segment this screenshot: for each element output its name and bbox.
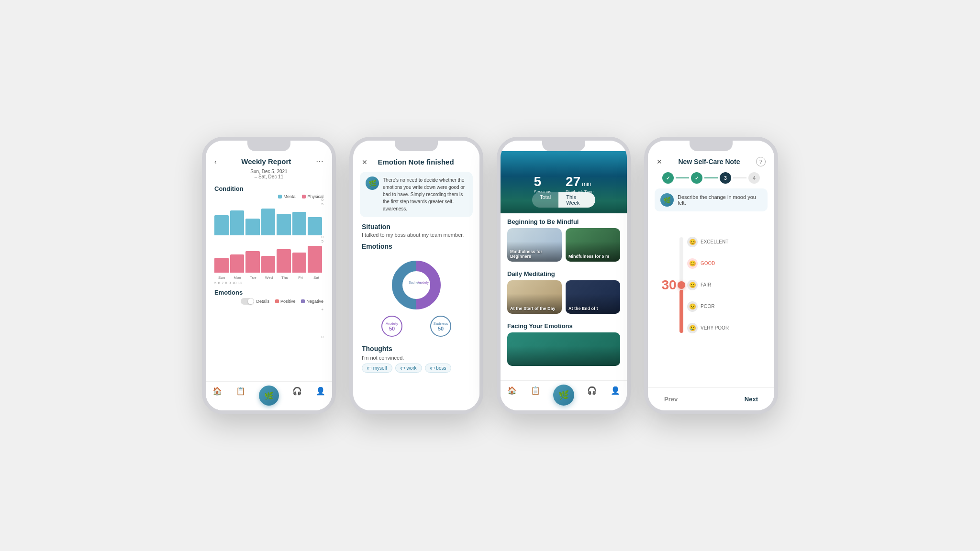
card1-label: Mindfulness for Beginners xyxy=(510,249,559,259)
nav-headphones-1[interactable]: 🎧 xyxy=(292,386,302,396)
svg-point-2 xyxy=(403,272,430,298)
sessions-stat: 5 Sessions xyxy=(534,174,551,194)
physical-legend: Physical xyxy=(302,194,323,199)
emotions-section-label: Emotions xyxy=(362,242,471,250)
physical-bar-4 xyxy=(277,249,291,273)
slider-track[interactable] xyxy=(679,237,683,333)
mental-legend-dot xyxy=(278,195,282,198)
emoji-very-poor: 😢 xyxy=(687,323,698,333)
physical-bar-1 xyxy=(230,254,245,273)
phone-meditation: 5 Sessions 27 min Playback Time Total Th… xyxy=(497,137,631,414)
mental-bar-0 xyxy=(214,215,229,235)
slider-thumb[interactable] xyxy=(678,281,685,289)
mental-bar-chart xyxy=(214,202,323,235)
phone-notch-1 xyxy=(247,141,290,151)
nav-notes-3[interactable]: 📋 xyxy=(530,385,541,396)
physical-bar-0 xyxy=(214,258,229,273)
close-icon-4[interactable]: ✕ xyxy=(657,158,662,165)
close-icon-2[interactable]: ✕ xyxy=(362,158,368,166)
sadness-label: Sadness 50 xyxy=(430,316,451,338)
help-icon-4[interactable]: ? xyxy=(756,157,766,166)
physical-chart: 5 0 xyxy=(206,237,332,275)
negative-legend: Negative xyxy=(301,298,323,305)
daynum-6: 6 xyxy=(218,281,220,285)
tip-text: There's no need to decide whether the em… xyxy=(383,176,467,212)
anxiety-circle: Anxiety 50 xyxy=(381,316,402,337)
card-evening[interactable]: At the End of t xyxy=(566,280,620,314)
meditation-content: Beginning to Be Mindful Mindfulness for … xyxy=(501,213,627,380)
thoughts-text: I'm not convinced. xyxy=(353,355,479,364)
card-beginners[interactable]: Mindfulness for Beginners xyxy=(507,228,562,262)
day-sat: Sat xyxy=(309,276,323,280)
anxiety-label: Anxiety 50 xyxy=(381,316,402,338)
mood-labels: 😊 EXCELLENT 😊 GOOD 😐 FAIR 😟 xyxy=(687,235,729,335)
mental-bar-4 xyxy=(277,214,291,236)
bottom-nav-1: 🏠 📋 🌿 🎧 👤 xyxy=(206,381,332,410)
back-icon[interactable]: ‹ xyxy=(214,158,217,165)
emotion-group-4 xyxy=(278,338,292,339)
chart-days: Sun Mon Tue Wed Thu Fri Sat xyxy=(206,275,332,280)
step-line-1 xyxy=(676,177,689,178)
details-toggle[interactable]: Details xyxy=(241,298,269,305)
emotions-legend: Details Positive Negative xyxy=(206,297,332,306)
section3-cards xyxy=(501,332,627,370)
tag-boss[interactable]: 🏷 boss xyxy=(425,364,452,373)
prompt-text: Describe the change in mood you felt. xyxy=(678,194,762,206)
daynum-5: 5 xyxy=(214,281,216,285)
thoughts-section: Thoughts xyxy=(353,341,479,355)
emotion-note-header: ✕ Emotion Note finished xyxy=(353,151,479,170)
tab-this-week[interactable]: This Week xyxy=(558,192,595,208)
scene: ‹ Weekly Report ⋯ Sun, Dec 5, 2021– Sat,… xyxy=(183,118,797,433)
card2-label: Mindfulness for 5 m xyxy=(568,254,617,259)
physical-bar-6 xyxy=(308,246,322,273)
nav-headphones-3[interactable]: 🎧 xyxy=(586,385,598,396)
negative-dot xyxy=(301,299,305,303)
mood-very-poor: 😢 VERY POOR xyxy=(687,323,729,333)
mental-bar-3 xyxy=(261,209,276,235)
playback-stat: 27 min Playback Time xyxy=(566,174,594,194)
bottom-nav-3: 🏠 📋 🌿 🎧 👤 xyxy=(501,380,627,410)
section-daily: Daily Meditating xyxy=(501,265,627,280)
self-care-footer: Prev Next xyxy=(648,387,774,410)
situation-label: Situation xyxy=(362,223,471,231)
nav-fab-3[interactable]: 🌿 xyxy=(553,385,574,406)
physical-bar-5 xyxy=(292,253,307,273)
card-mindfulness5[interactable]: Mindfulness for 5 m xyxy=(566,228,620,262)
meditation-stats: 5 Sessions 27 min Playback Time xyxy=(501,174,627,194)
mental-bar-5 xyxy=(292,212,307,235)
daynum-11: 11 xyxy=(238,281,242,285)
slider-fill xyxy=(679,290,683,333)
meditation-tabs: Total This Week xyxy=(532,192,595,208)
emotion-group-3 xyxy=(262,338,276,339)
chart-zero-2: 0 xyxy=(322,235,323,239)
situation-section: Situation I talked to my boss about my t… xyxy=(353,219,479,239)
card-morning[interactable]: At the Start of the Day xyxy=(507,280,562,314)
emotions-section: Emotions xyxy=(353,239,479,253)
card-emotions1[interactable] xyxy=(507,332,620,366)
section1-cards: Mindfulness for Beginners Mindfulness fo… xyxy=(501,228,627,265)
emoji-good: 😊 xyxy=(687,258,698,269)
nav-notes-1[interactable]: 📋 xyxy=(235,386,246,396)
nav-home-3[interactable]: 🏠 xyxy=(506,385,518,396)
tag-myself[interactable]: 🏷 myself xyxy=(362,364,392,373)
screen-2: ✕ Emotion Note finished 🌿 There's no nee… xyxy=(353,141,479,410)
emotion-group-1 xyxy=(230,338,245,339)
prev-button[interactable]: Prev xyxy=(657,393,685,406)
nav-profile-3[interactable]: 👤 xyxy=(610,385,621,396)
day-wed: Wed xyxy=(262,276,276,280)
tip-icon: 🌿 xyxy=(366,176,379,190)
daynum-7: 7 xyxy=(222,281,223,285)
nav-profile-1[interactable]: 👤 xyxy=(315,386,326,396)
chart-day-nums: 5 6 7 8 9 10 11 xyxy=(206,280,332,285)
daynum-9: 9 xyxy=(229,281,231,285)
nav-home-1[interactable]: 🏠 xyxy=(212,386,223,396)
nav-fab-1[interactable]: 🌿 xyxy=(259,386,279,406)
emoji-fair: 😐 xyxy=(687,280,698,290)
tag-work[interactable]: 🏷 work xyxy=(395,364,422,373)
tab-total[interactable]: Total xyxy=(532,192,558,208)
more-icon[interactable]: ⋯ xyxy=(316,157,323,166)
phone-self-care: ✕ New Self-Care Note ? ✓ ✓ 3 4 🌿 Describ… xyxy=(644,137,778,414)
svg-text:Anxiety: Anxiety xyxy=(418,281,429,285)
mood-good: 😊 GOOD xyxy=(687,258,729,269)
next-button[interactable]: Next xyxy=(737,393,766,406)
